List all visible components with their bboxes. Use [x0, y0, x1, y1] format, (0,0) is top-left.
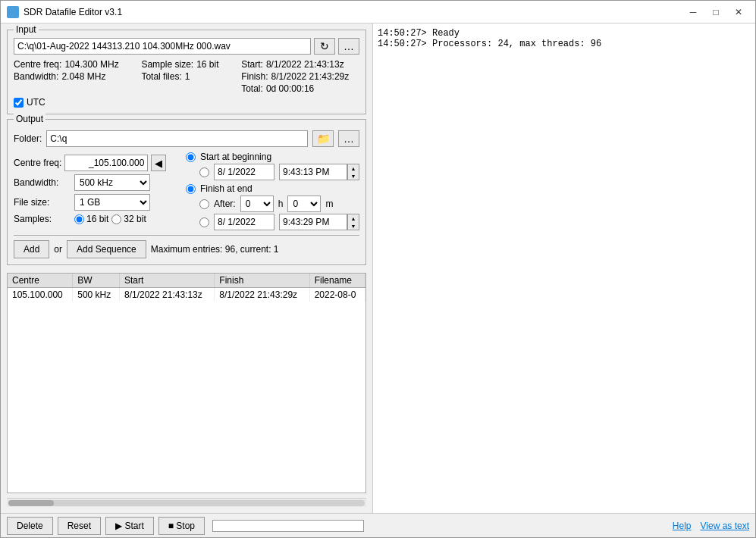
progress-bar	[212, 520, 364, 532]
start-button[interactable]: ▶ Start	[105, 517, 154, 535]
bandwidth-label: Bandwidth:	[14, 71, 58, 82]
main-content: Input ↻ … Centre freq: 104.300 MHz Sampl…	[1, 23, 755, 513]
cell-centre: 105.100.000	[8, 288, 73, 302]
finish-label: Finish:	[241, 71, 268, 82]
finish-time-down-button[interactable]: ▼	[348, 222, 359, 230]
h-label: h	[278, 199, 284, 209]
bandwidth-row: Bandwidth: 500 kHz 1 MHz 2 MHz 5 MHz	[14, 174, 178, 191]
finish-time-input[interactable]	[279, 214, 347, 230]
add-button[interactable]: Add	[14, 240, 49, 258]
start-time-spinner: ▲ ▼	[279, 164, 359, 180]
browse-button[interactable]: …	[338, 38, 359, 55]
samples-32-label: 32 bit	[111, 214, 146, 224]
col-filename: Filename	[309, 274, 365, 288]
after-label: After:	[214, 199, 236, 209]
start-beginning-row: Start at beginning	[186, 152, 359, 162]
table-body: 105.100.000500 kHz8/1/2022 21:43:13z8/1/…	[8, 288, 365, 302]
stop-button[interactable]: ■ Stop	[158, 517, 205, 535]
folder-row: Folder: 📁 …	[14, 130, 359, 147]
start-info: Start: 8/1/2022 21:43:13z	[241, 59, 359, 70]
reset-button[interactable]: Reset	[58, 517, 101, 535]
file-path-row: ↻ …	[14, 38, 359, 55]
left-panel: Input ↻ … Centre freq: 104.300 MHz Sampl…	[1, 23, 372, 513]
samples-16-text: 16 bit	[86, 214, 108, 224]
start-value: 8/1/2022 21:43:13z	[266, 59, 344, 70]
samples-32-radio[interactable]	[111, 214, 121, 224]
output-group-title: Output	[14, 114, 45, 124]
start-datetime-row: ▲ ▼	[199, 164, 359, 180]
output-two-col: Centre freq: ◀ Bandwidth: 500 kHz 1 MHz …	[14, 150, 359, 230]
samples-16-radio[interactable]	[74, 214, 84, 224]
cell-bw: 500 kHz	[73, 288, 120, 302]
start-date-input[interactable]	[214, 164, 274, 180]
cell-filename: 2022-08-0	[309, 288, 365, 302]
help-link[interactable]: Help	[673, 521, 692, 531]
finish-date-input[interactable]	[214, 214, 274, 230]
log-line: 14:50:27> Ready	[378, 28, 751, 39]
samples-label: Samples:	[14, 214, 71, 224]
file-size-row: File size: 1 GB 2 GB 500 MB	[14, 194, 178, 211]
utc-checkbox[interactable]	[14, 98, 24, 108]
add-row: Add or Add Sequence Maximum entries: 96,…	[14, 240, 359, 258]
cell-start: 8/1/2022 21:43:13z	[120, 288, 215, 302]
output-left-col: Centre freq: ◀ Bandwidth: 500 kHz 1 MHz …	[14, 150, 178, 230]
add-sequence-button[interactable]: Add Sequence	[67, 240, 146, 258]
horizontal-scrollbar[interactable]	[7, 498, 366, 507]
folder-input[interactable]	[46, 130, 308, 147]
maximize-button[interactable]: □	[705, 5, 726, 20]
utc-row: UTC	[14, 97, 359, 108]
start-time-up-button[interactable]: ▲	[348, 164, 359, 172]
spacer	[14, 83, 129, 94]
title-bar: SDR Datafile Editor v3.1 ─ □ ✕	[1, 1, 755, 23]
folder-more-button[interactable]: …	[338, 130, 359, 147]
file-info-grid: Centre freq: 104.300 MHz Sample size: 16…	[14, 59, 359, 94]
cell-finish: 8/1/2022 21:43:29z	[215, 288, 309, 302]
sample-size-info: Sample size: 16 bit	[141, 59, 229, 70]
bandwidth-info: Bandwidth: 2.048 MHz	[14, 71, 129, 82]
start-time-down-button[interactable]: ▼	[348, 172, 359, 180]
minimize-button[interactable]: ─	[682, 5, 704, 20]
output-centre-freq-input[interactable]	[64, 155, 148, 171]
file-size-label: File size:	[14, 197, 71, 208]
after-m-select[interactable]: 0153045	[287, 195, 321, 212]
col-finish: Finish	[215, 274, 309, 288]
total-value: 0d 00:00:16	[266, 83, 314, 94]
finish-time-spinner: ▲ ▼	[279, 214, 359, 230]
scrollbar-thumb[interactable]	[8, 500, 54, 506]
after-radio[interactable]	[199, 199, 209, 209]
after-h-select[interactable]: 012	[240, 195, 274, 212]
col-centre: Centre	[8, 274, 73, 288]
window-title: SDR Datafile Editor v3.1	[24, 7, 682, 17]
finish-end-row: Finish at end	[186, 183, 359, 194]
bandwidth-output-label: Bandwidth:	[14, 177, 71, 188]
finish-datetime-row: ▲ ▼	[199, 214, 359, 230]
file-path-input[interactable]	[14, 38, 311, 55]
delete-button[interactable]: Delete	[7, 517, 53, 535]
samples-16-label: 16 bit	[74, 214, 108, 224]
total-files-value: 1	[185, 71, 190, 82]
col-start: Start	[120, 274, 215, 288]
finish-time-spin-group: ▲ ▼	[347, 214, 359, 230]
scrollbar-track	[8, 500, 365, 506]
file-size-select[interactable]: 1 GB 2 GB 500 MB	[74, 194, 150, 211]
start-datetime-radio[interactable]	[199, 167, 209, 177]
centre-freq-arrow-button[interactable]: ◀	[151, 155, 166, 171]
main-window: SDR Datafile Editor v3.1 ─ □ ✕ Input ↻ …	[0, 0, 756, 538]
close-button[interactable]: ✕	[728, 5, 749, 20]
m-label: m	[325, 199, 333, 209]
folder-browse-button[interactable]: 📁	[312, 130, 334, 147]
centre-freq-info: Centre freq: 104.300 MHz	[14, 59, 129, 70]
table-header: Centre BW Start Finish Filename	[8, 274, 365, 288]
refresh-button[interactable]: ↻	[314, 38, 335, 55]
total-info: Total: 0d 00:00:16	[241, 83, 359, 94]
finish-end-radio[interactable]	[186, 184, 196, 194]
start-beginning-radio[interactable]	[186, 152, 196, 162]
view-as-text-link[interactable]: View as text	[701, 521, 749, 531]
start-label: Start:	[241, 59, 263, 70]
finish-datetime-radio[interactable]	[199, 217, 209, 227]
start-time-input[interactable]	[279, 164, 347, 180]
centre-freq-label: Centre freq:	[14, 59, 61, 70]
finish-time-up-button[interactable]: ▲	[348, 214, 359, 222]
bandwidth-select[interactable]: 500 kHz 1 MHz 2 MHz 5 MHz	[74, 174, 150, 191]
table-row[interactable]: 105.100.000500 kHz8/1/2022 21:43:13z8/1/…	[8, 288, 365, 302]
